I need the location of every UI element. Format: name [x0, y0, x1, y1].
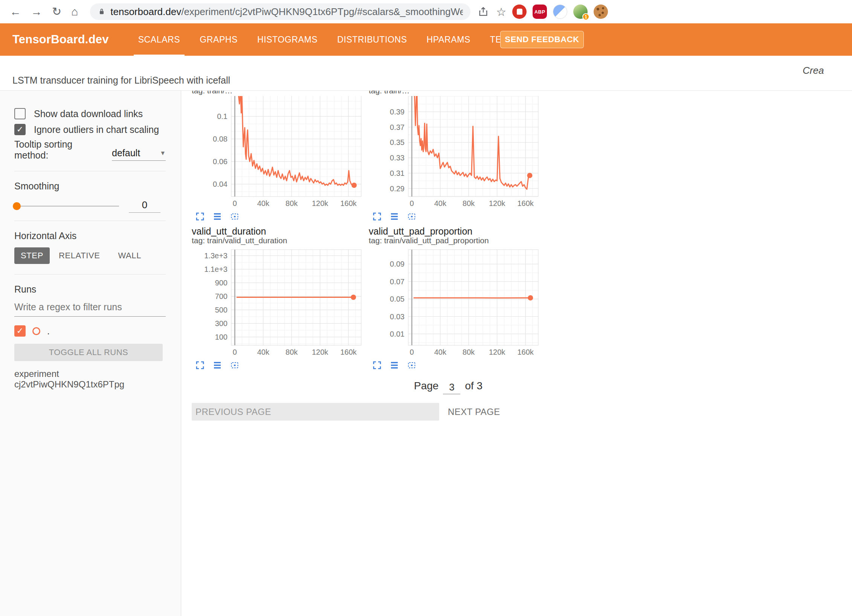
- fit-domain-icon[interactable]: [230, 361, 239, 370]
- chart-toolbar: [192, 361, 364, 370]
- tab-distributions[interactable]: DISTRIBUTIONS: [337, 23, 407, 56]
- axis-wall-button[interactable]: WALL: [109, 247, 151, 264]
- expand-chart-icon[interactable]: [373, 212, 382, 221]
- experiment-id: experiment cj2vtPiwQHKN9Q1tx6PTpg: [14, 369, 166, 390]
- app-brand: TensorBoard.dev: [12, 33, 109, 46]
- chart-card-clipped-2: tag: train/… 0.290.310.330.350.370.39040…: [369, 91, 541, 221]
- run-name: .: [47, 326, 50, 337]
- fit-domain-icon[interactable]: [230, 212, 239, 221]
- svg-text:900: 900: [215, 279, 228, 287]
- svg-text:300: 300: [215, 319, 228, 328]
- smoothing-slider[interactable]: [14, 206, 119, 207]
- chart-card-clipped-1: tag: train/… 0.040.060.080.1040k80k120k1…: [192, 91, 364, 221]
- share-icon[interactable]: [478, 6, 489, 17]
- profile-avatar[interactable]: 1: [573, 5, 588, 19]
- tab-histograms[interactable]: HISTOGRAMS: [257, 23, 318, 56]
- view-data-icon[interactable]: [390, 361, 399, 370]
- chart-title: valid_utt_pad_proportion: [369, 226, 541, 236]
- chart-toolbar: [369, 212, 541, 221]
- back-icon[interactable]: ←: [10, 6, 21, 17]
- axis-relative-button[interactable]: RELATIVE: [50, 247, 109, 264]
- svg-text:700: 700: [215, 292, 228, 300]
- svg-text:80k: 80k: [286, 348, 298, 356]
- view-data-icon[interactable]: [390, 212, 399, 221]
- svg-text:120k: 120k: [312, 348, 328, 356]
- svg-text:100: 100: [215, 333, 228, 341]
- chart-tag: tag: train/valid_utt_duration: [192, 236, 364, 245]
- chart-tag: tag: train/valid_utt_pad_proportion: [369, 236, 541, 245]
- previous-page-button[interactable]: PREVIOUS PAGE: [192, 403, 439, 421]
- adblock-extension-icon[interactable]: [512, 5, 527, 19]
- chart-plot[interactable]: 0.290.310.330.350.370.39040k80k120k160k: [369, 96, 541, 210]
- chart-plot[interactable]: 0.010.030.050.070.09040k80k120k160k: [369, 246, 541, 359]
- toggle-all-runs-button[interactable]: TOGGLE ALL RUNS: [14, 344, 163, 361]
- expand-chart-icon[interactable]: [195, 212, 205, 221]
- svg-text:80k: 80k: [286, 199, 298, 207]
- abp-extension-icon[interactable]: ABP: [533, 5, 547, 19]
- svg-text:0: 0: [233, 348, 237, 356]
- svg-text:160k: 160k: [517, 348, 534, 356]
- send-feedback-button[interactable]: SEND FEEDBACK: [500, 31, 584, 48]
- ignore-outliers-row[interactable]: Ignore outliers in chart scaling: [14, 124, 166, 135]
- charts-main: tag: train/… 0.040.060.080.1040k80k120k1…: [181, 91, 852, 616]
- nav-tabs: SCALARS GRAPHS HISTOGRAMS DISTRIBUTIONS …: [138, 23, 533, 56]
- expand-chart-icon[interactable]: [195, 361, 205, 370]
- show-download-links-checkbox[interactable]: [14, 108, 26, 119]
- fit-domain-icon[interactable]: [407, 361, 416, 370]
- svg-text:0.01: 0.01: [390, 330, 405, 338]
- settings-sidebar: Show data download links Ignore outliers…: [0, 91, 181, 616]
- svg-text:40k: 40k: [257, 348, 270, 356]
- tab-hparams[interactable]: HPARAMS: [427, 23, 470, 56]
- smoothing-label: Smoothing: [14, 181, 166, 192]
- home-icon[interactable]: ⌂: [71, 6, 78, 17]
- view-data-icon[interactable]: [213, 212, 222, 221]
- svg-text:40k: 40k: [434, 199, 447, 207]
- forward-icon[interactable]: →: [31, 6, 42, 17]
- svg-text:0.07: 0.07: [390, 278, 405, 286]
- svg-text:1.1e+3: 1.1e+3: [204, 265, 228, 273]
- axis-step-button[interactable]: STEP: [14, 247, 50, 264]
- chart-tag: tag: train/…: [192, 91, 364, 95]
- smoothing-slider-thumb[interactable]: [13, 202, 21, 210]
- svg-text:40k: 40k: [257, 199, 270, 207]
- tooltip-sorting-label: Tooltip sorting method:: [14, 139, 106, 161]
- tab-scalars[interactable]: SCALARS: [138, 23, 180, 56]
- chart-plot[interactable]: 0.040.060.080.1040k80k120k160k: [192, 96, 364, 210]
- svg-text:120k: 120k: [312, 199, 328, 207]
- svg-text:160k: 160k: [340, 199, 357, 207]
- svg-text:160k: 160k: [340, 348, 357, 356]
- svg-text:0.29: 0.29: [390, 184, 405, 193]
- svg-text:0.09: 0.09: [390, 260, 405, 268]
- page-of-label: of 3: [465, 380, 482, 392]
- cookie-extension-icon[interactable]: [594, 5, 608, 19]
- svg-text:0: 0: [233, 199, 237, 207]
- view-data-icon[interactable]: [213, 361, 222, 370]
- chart-toolbar: [192, 212, 364, 221]
- ignore-outliers-checkbox[interactable]: [14, 124, 26, 135]
- app-header: TensorBoard.dev SCALARS GRAPHS HISTOGRAM…: [0, 23, 852, 56]
- browser-toolbar: ← → ↻ ⌂ tensorboard.dev/experiment/cj2vt…: [0, 0, 852, 23]
- reload-icon[interactable]: ↻: [52, 6, 61, 17]
- address-bar[interactable]: tensorboard.dev/experiment/cj2vtPiwQHKN9…: [90, 3, 470, 20]
- show-download-links-row[interactable]: Show data download links: [14, 108, 166, 119]
- page-number-input[interactable]: [443, 381, 460, 394]
- run-checkbox[interactable]: [14, 325, 26, 337]
- content: Show data download links Ignore outliers…: [0, 91, 852, 616]
- bookmark-star-icon[interactable]: ☆: [496, 5, 506, 18]
- chart-plot[interactable]: 1003005007009001.1e+31.3e+3040k80k120k16…: [192, 246, 364, 359]
- extension-icon[interactable]: [553, 5, 567, 19]
- tooltip-sorting-select[interactable]: default ▼: [112, 148, 166, 161]
- runs-filter-input[interactable]: [14, 302, 166, 317]
- svg-text:80k: 80k: [463, 348, 475, 356]
- svg-text:0: 0: [410, 199, 414, 207]
- fit-domain-icon[interactable]: [407, 212, 416, 221]
- smoothing-value-input[interactable]: [129, 199, 160, 213]
- expand-chart-icon[interactable]: [373, 361, 382, 370]
- svg-text:0.39: 0.39: [390, 108, 405, 116]
- svg-text:120k: 120k: [489, 348, 505, 356]
- tab-graphs[interactable]: GRAPHS: [200, 23, 238, 56]
- next-page-button[interactable]: NEXT PAGE: [448, 406, 500, 418]
- svg-text:0.35: 0.35: [390, 138, 405, 146]
- run-row[interactable]: .: [14, 325, 166, 337]
- divider: [14, 221, 166, 221]
